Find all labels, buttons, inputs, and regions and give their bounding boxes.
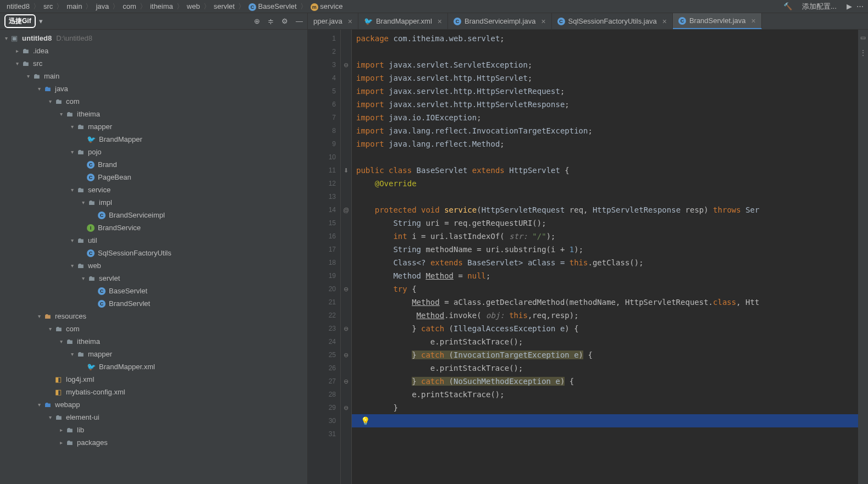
class-icon: C	[557, 18, 565, 25]
tree-pojo[interactable]: ▾🖿pojo	[0, 146, 307, 158]
class-icon: C	[248, 3, 256, 11]
tree-rcom[interactable]: ▾🖿com	[0, 322, 307, 335]
tree-resources[interactable]: ▾🖿resources	[0, 310, 307, 322]
tree-service[interactable]: ▾🖿service	[0, 183, 307, 196]
close-icon[interactable]: ×	[348, 17, 352, 26]
package-icon: 🖿	[76, 123, 85, 131]
tab-brandserviceimpl[interactable]: CBrandServiceimpl.java×	[448, 13, 552, 29]
minimize-icon[interactable]: —	[296, 17, 303, 25]
crumb-java[interactable]: java	[93, 2, 111, 10]
tree-servlet[interactable]: ▾🖿servlet	[0, 272, 307, 285]
top-right: 🔨 添加配置... ▶ ⋯	[783, 1, 864, 13]
source-folder-icon: 🖿	[43, 85, 52, 93]
close-icon[interactable]: ×	[438, 17, 442, 26]
crumb-servlet[interactable]: servlet	[212, 2, 237, 10]
tree-brandmapper[interactable]: 🐦BrandMapper	[0, 133, 307, 146]
bulb-icon[interactable]: 💡	[361, 416, 370, 425]
interface-icon: I	[87, 224, 95, 232]
tree-web[interactable]: ▾🖿web	[0, 259, 307, 272]
folder-icon: 🖿	[65, 438, 74, 447]
expand-icon[interactable]: ≑	[268, 17, 274, 25]
gear-icon[interactable]: ⚙	[281, 17, 288, 25]
tree-com[interactable]: ▾🖿com	[0, 95, 307, 108]
editor-area: pper.java× 🐦BrandMapper.xml× CBrandServi…	[308, 13, 868, 484]
more-icon[interactable]: ⋯	[856, 2, 864, 10]
class-icon: C	[454, 18, 461, 25]
tree-baseservlet[interactable]: CBaseServlet	[0, 285, 307, 297]
tree-idea[interactable]: ▸🖿.idea	[0, 44, 307, 57]
tree-itheima[interactable]: ▾🖿itheima	[0, 108, 307, 120]
override-mark[interactable]: @	[341, 203, 351, 216]
run-config-button[interactable]: 添加配置...	[797, 1, 842, 13]
tree-brand[interactable]: CBrand	[0, 158, 307, 171]
module-icon: ▣	[10, 34, 19, 43]
tree-webapp[interactable]: ▾🖿webapp	[0, 398, 307, 411]
target-icon[interactable]: ⊕	[254, 17, 260, 25]
close-icon[interactable]: ×	[662, 17, 667, 26]
tree-brandserviceimpl[interactable]: CBrandServiceimpl	[0, 209, 307, 221]
tree-elementui[interactable]: ▾🖿element-ui	[0, 411, 307, 424]
tab-sqlutils[interactable]: CSqlSessionFactoryUtils.java×	[552, 13, 673, 29]
chevron-down-icon: ▾	[2, 35, 10, 41]
tree-brandmapperxml[interactable]: 🐦BrandMapper.xml	[0, 360, 307, 373]
crumb-main[interactable]: main	[64, 2, 84, 10]
tree-rmapper[interactable]: ▾🖿mapper	[0, 348, 307, 360]
folder-icon: 🖿	[32, 72, 41, 81]
crumb-web[interactable]: web	[185, 2, 202, 10]
project-tree[interactable]: ▾▣untitled8D:\untitled8 ▸🖿.idea ▾🖿src ▾🖿…	[0, 30, 307, 484]
crumb-com[interactable]: com	[120, 2, 139, 10]
class-icon: C	[678, 17, 686, 25]
crumb-method[interactable]: m service	[308, 2, 345, 11]
resources-folder-icon: 🖿	[43, 312, 52, 321]
package-icon: 🖿	[54, 97, 63, 106]
hammer-icon[interactable]: 🔨	[783, 2, 792, 10]
tree-src[interactable]: ▾🖿src	[0, 57, 307, 70]
tab-bar: pper.java× 🐦BrandMapper.xml× CBrandServi…	[308, 13, 868, 30]
crumb-class[interactable]: C BaseServlet	[246, 2, 299, 11]
crumb-src[interactable]: src	[41, 2, 55, 10]
class-icon: C	[98, 300, 106, 308]
project-toolbar: ⊕ ≑ ⚙ —	[254, 17, 303, 25]
tree-mybatiscfg[interactable]: ◧mybatis-config.xml	[0, 386, 307, 398]
top-bar: ntitled8〉 src〉 main〉 java〉 com〉 itheima〉…	[0, 0, 868, 13]
tree-impl[interactable]: ▾🖿impl	[0, 196, 307, 209]
folder-icon: 🖿	[21, 47, 30, 55]
code-editor[interactable]: 1234567891011121314151617181920212223242…	[308, 30, 868, 484]
line-gutter: 1234567891011121314151617181920212223242…	[308, 30, 341, 484]
tree-lib[interactable]: ▸🖿lib	[0, 424, 307, 436]
tree-sqlutils[interactable]: CSqlSessionFactoryUtils	[0, 247, 307, 259]
class-icon: C	[87, 249, 95, 257]
folder-icon: 🖿	[65, 337, 74, 346]
package-icon: 🖿	[87, 274, 96, 283]
tree-packages[interactable]: ▸🖿packages	[0, 436, 307, 449]
close-icon[interactable]: ×	[751, 16, 756, 25]
tree-brandservlet[interactable]: CBrandServlet	[0, 297, 307, 310]
crumb-itheima[interactable]: itheima	[148, 2, 175, 10]
breadcrumb: ntitled8〉 src〉 main〉 java〉 com〉 itheima〉…	[4, 2, 781, 12]
tree-brandservice[interactable]: IBrandService	[0, 221, 307, 234]
dropdown-icon[interactable]: ▾	[39, 17, 43, 25]
tree-log4j[interactable]: ◧log4j.xml	[0, 373, 307, 386]
class-icon: C	[98, 287, 106, 295]
tab-brandmapperxml[interactable]: 🐦BrandMapper.xml×	[358, 13, 448, 29]
code-body[interactable]: package com.itheima.web.servlet; import …	[352, 30, 868, 484]
tree-main[interactable]: ▾🖿main	[0, 70, 307, 82]
tree-util[interactable]: ▾🖿util	[0, 234, 307, 247]
crumb-project[interactable]: ntitled8	[4, 2, 32, 10]
package-icon: 🖿	[76, 186, 85, 194]
right-rail: ▭ ⋮	[858, 30, 868, 484]
tree-java[interactable]: ▾🖿java	[0, 82, 307, 95]
run-icon[interactable]: ▶	[847, 2, 852, 10]
package-icon: 🖿	[87, 198, 96, 207]
tree-ritheima[interactable]: ▾🖿itheima	[0, 335, 307, 348]
minimap-toggle-icon[interactable]: ▭	[858, 30, 868, 45]
override-mark[interactable]: ⬇	[341, 164, 351, 177]
tab-pper[interactable]: pper.java×	[308, 13, 358, 29]
tree-root[interactable]: ▾▣untitled8D:\untitled8	[0, 32, 307, 44]
xml-icon: ◧	[54, 375, 63, 384]
three-dots-icon[interactable]: ⋮	[858, 45, 868, 60]
tab-brandservlet[interactable]: CBrandServlet.java×	[673, 13, 762, 29]
close-icon[interactable]: ×	[541, 17, 545, 26]
tree-mapper[interactable]: ▾🖿mapper	[0, 120, 307, 133]
tree-pagebean[interactable]: CPageBean	[0, 171, 307, 183]
